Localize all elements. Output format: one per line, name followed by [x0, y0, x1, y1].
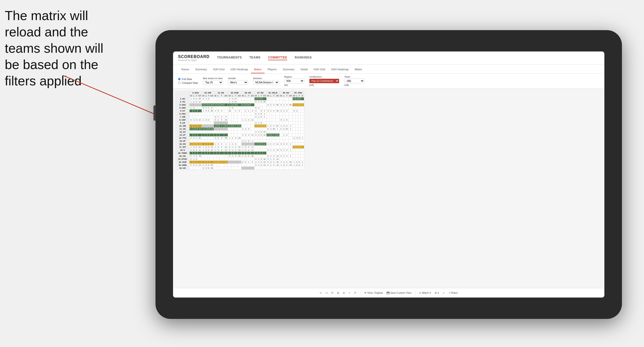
table-row: 10. UW 13032 04173 25066 12051 1451 — [176, 125, 304, 128]
col-header-ucla: 31. UCLA — [266, 91, 279, 94]
ucla-w: W — [266, 94, 270, 97]
tab-h2h-grid[interactable]: H2H Grid — [210, 66, 227, 73]
nav-tournaments[interactable]: TOURNAMENTS — [217, 56, 242, 60]
tab-players-summary[interactable]: Summary — [280, 66, 298, 73]
tab-summary[interactable]: Summary — [192, 66, 210, 73]
row-label-u18: 18. U — [176, 149, 190, 152]
table-row: 6. FSU 0101 — [176, 112, 304, 115]
bottom-toolbar: ↩ ↪ ⟳ ⊕ ⊖ = ⏱ 👁 View: Original 💾 Save Cu… — [173, 288, 604, 298]
col-header-osu: 57. OSU — [292, 91, 304, 94]
row-label-ug: 20. UG — [176, 155, 190, 158]
table-row: 8. UAF 01014 120 01015 11011 010 — [176, 119, 304, 122]
region-select[interactable]: N/A — [284, 79, 304, 83]
annotation-text: The matrix will reload and the teams sho… — [5, 8, 113, 89]
matrix-area[interactable]: 3. ASU 10. UW 11. UA 22. UCB 24. UO 27. … — [173, 89, 604, 288]
redo-button[interactable]: ↪ — [326, 292, 328, 294]
row-label-uo24: 24. UO — [176, 167, 190, 170]
timer-button[interactable]: ⏱ — [354, 292, 356, 294]
division-filter: Division NCAA Division I NCAA Division I… — [253, 77, 279, 85]
uw-l: L — [205, 94, 207, 97]
matrix-subheader-label — [176, 94, 190, 97]
filter-bar: Full View Compact View Max teams in view… — [173, 74, 604, 89]
gender-select[interactable]: Men's Women's — [228, 80, 248, 85]
uo-w: W — [241, 94, 245, 97]
team-all: (All) — [344, 84, 364, 86]
tab-players[interactable]: Players — [265, 66, 280, 73]
toolbar-divider-1 — [360, 291, 360, 296]
row-label-uv: 12. UV — [176, 131, 190, 134]
row-label-ut: 5. UT — [176, 109, 190, 112]
row-label-vu: 2. VU — [176, 100, 190, 103]
tab-matrix[interactable]: Matrix — [251, 66, 265, 73]
row-label-au: 1. AU — [176, 97, 190, 100]
tab-players-h2h-heatmap[interactable]: H2H Heatmap — [328, 66, 352, 73]
nav-bar: SCOREBOARD Powered by clippd TOURNAMENTS… — [173, 51, 604, 65]
asu-t: T — [195, 94, 198, 97]
region-label: Region — [284, 76, 304, 78]
conference-filter: Conference Pac-12 Conference (All) (All) — [309, 76, 339, 86]
uw-dif: Dif — [210, 94, 214, 97]
team-label: Team — [344, 76, 364, 78]
tab-h2h-heatmap[interactable]: H2H Heatmap — [227, 66, 251, 73]
table-row: 2. VU 12012 2027 01026 — [176, 100, 304, 103]
nav-teams[interactable]: TEAMS — [249, 56, 261, 60]
ua-t: T — [219, 94, 224, 97]
share-button[interactable]: ↗ Share — [448, 292, 458, 294]
full-view-option[interactable]: Full View — [178, 78, 198, 81]
uu-w: W — [279, 94, 283, 97]
row-label-uo16: 16. UO — [176, 143, 190, 146]
tab-teams[interactable]: Teams — [178, 66, 192, 73]
ua-l: L — [217, 94, 219, 97]
uu-dif: Dif — [289, 94, 293, 97]
row-label-ua11: 11. UA — [176, 128, 190, 131]
nav-rankings[interactable]: RANKINGS — [295, 56, 312, 60]
logo-title: SCOREBOARD — [178, 54, 210, 59]
row-label-asu: 3. ASU — [176, 103, 190, 106]
conference-select[interactable]: Pac-12 Conference (All) — [309, 79, 339, 83]
col-header-su: 27. SU — [254, 91, 266, 94]
col-header-uo: 24. UO — [241, 91, 254, 94]
row-label-uaf: 8. UAF — [176, 119, 190, 122]
zoom-in-button[interactable]: ⊕ — [337, 292, 339, 294]
division-select[interactable]: NCAA Division I NCAA Division II — [253, 80, 279, 85]
ucla-dif: Dif — [276, 94, 280, 97]
view-original-button[interactable]: 👁 View: Original — [364, 292, 383, 294]
row-label-unc: 4. UNC — [176, 106, 190, 109]
row-label-ua9: 9. UA — [176, 122, 190, 125]
tab-players-matrix[interactable]: Matrix — [352, 66, 365, 73]
table-row: 5. UT 14035 100 2210 110 202 01040 010 0… — [176, 109, 304, 112]
row-label-etsu: 21. ETSU — [176, 158, 190, 161]
table-row: 3. ASU 04090 50120 2048 0052 02060 02060… — [176, 103, 304, 106]
table-row: 9. UA 010 — [176, 122, 304, 125]
osu-l: L — [296, 94, 298, 97]
view-toggle: Full View Compact View — [178, 78, 198, 84]
uw-w: W — [202, 94, 205, 97]
refresh-button[interactable]: ⟳ — [331, 292, 333, 294]
row-label-tamu: 19. TAMU — [176, 152, 190, 155]
sub-tabs-bar: Teams Summary H2H Grid H2H Heatmap Matri… — [173, 65, 604, 74]
matrix-table: 3. ASU 10. UW 11. UA 22. UCB 24. UO 27. … — [176, 91, 304, 170]
team-select[interactable]: (All) — [344, 79, 364, 83]
tab-players-h2h-grid[interactable]: H2H Grid — [311, 66, 328, 73]
max-teams-select[interactable]: Top 25 Top 50 — [203, 80, 223, 85]
fullscreen-button[interactable]: ⤢ — [443, 292, 445, 294]
col-header-uw: 10. UW — [202, 91, 214, 94]
save-custom-button[interactable]: 💾 Save Custom View — [386, 292, 411, 294]
table-row: 7. UM 0100 0101 — [176, 115, 304, 119]
undo-button[interactable]: ↩ — [320, 292, 322, 294]
uu-l: L — [283, 94, 285, 97]
tab-detail[interactable]: Detail — [298, 66, 311, 73]
row-label-uf: 15. UF — [176, 140, 190, 143]
watch-button[interactable]: ⊙ Watch ▾ — [419, 292, 431, 294]
ucla-l: L — [270, 94, 272, 97]
table-row: 18. U 20011 10010 10011 01010 10011 0101… — [176, 149, 304, 152]
nav-committee[interactable]: COMMITTEE — [268, 56, 287, 60]
fit-button[interactable]: = — [349, 292, 350, 294]
table-row: 4. UNC 10 0110 10 01 — [176, 106, 304, 109]
nav-links: TOURNAMENTS TEAMS COMMITTEE RANKINGS — [217, 56, 312, 60]
compact-view-option[interactable]: Compact View — [178, 82, 198, 84]
zoom-out-button[interactable]: ⊖ — [343, 292, 345, 294]
settings-button[interactable]: ⚙ ▾ — [435, 292, 439, 294]
conference-label: Conference — [309, 76, 339, 78]
logo-subtitle: Powered by clippd — [178, 59, 210, 62]
